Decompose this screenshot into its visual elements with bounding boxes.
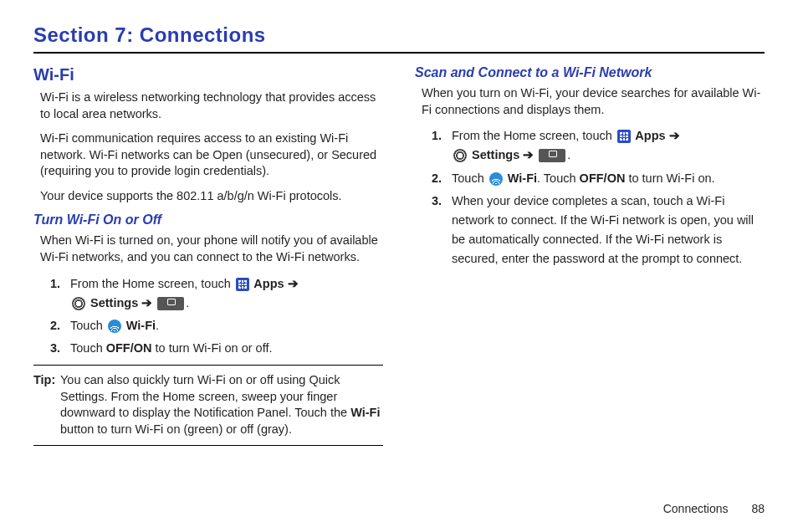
arrow-icon: ➔: [669, 129, 680, 142]
heading-turn-wifi: Turn Wi-Fi On or Off: [33, 212, 383, 228]
connections-icon: [157, 297, 184, 310]
wifi-icon: [489, 172, 503, 186]
wifi-icon: [108, 320, 121, 333]
paragraph: When Wi-Fi is turned on, your phone will…: [33, 233, 383, 265]
divider: [33, 52, 765, 54]
arrow-icon: ➔: [141, 296, 152, 309]
step-text: to turn Wi-Fi on or off.: [152, 341, 273, 355]
settings-label: Settings: [468, 148, 523, 161]
footer-label: Connections: [663, 502, 729, 515]
step-text: From the Home screen, touch: [452, 129, 616, 142]
step-number: 1.: [432, 126, 442, 146]
step-text: . Touch: [537, 171, 580, 185]
tip-body: You can also quickly turn Wi-Fi on or of…: [33, 372, 383, 437]
tip-text: button to turn Wi-Fi on (green) or off (…: [60, 422, 292, 436]
step-number: 3.: [432, 192, 442, 211]
wifi-label: Wi-Fi: [504, 171, 537, 185]
step-item: 1. From the Home screen, touch Apps ➔ Se…: [54, 274, 383, 313]
paragraph: When you turn on Wi-Fi, your device sear…: [415, 85, 765, 118]
tip-label: Tip:: [33, 372, 55, 389]
paragraph: Wi-Fi is a wireless networking technolog…: [33, 90, 383, 122]
heading-wifi: Wi-Fi: [33, 65, 383, 84]
page-number: 88: [751, 502, 765, 515]
step-item: 2. Touch Wi-Fi.: [54, 316, 383, 335]
steps-list: 1. From the Home screen, touch Apps ➔ Se…: [33, 274, 383, 359]
step-number: 2.: [50, 316, 60, 335]
step-item: 3. When your device completes a scan, to…: [435, 192, 765, 269]
page-footer: Connections 88: [663, 502, 765, 515]
settings-label: Settings: [87, 296, 141, 309]
wifi-label: Wi-Fi: [123, 319, 156, 332]
step-item: 1. From the Home screen, touch Apps ➔ Se…: [435, 126, 765, 165]
section-title: Section 7: Connections: [33, 23, 765, 47]
tip-text: You can also quickly turn Wi-Fi on or of…: [60, 373, 350, 419]
arrow-icon: ➔: [288, 277, 299, 290]
left-column: Wi-Fi Wi-Fi is a wireless networking tec…: [33, 65, 383, 446]
tip-block: Tip: You can also quickly turn Wi-Fi on …: [33, 365, 383, 445]
settings-icon: [453, 149, 467, 162]
step-text: From the Home screen, touch: [70, 277, 234, 290]
steps-list: 1. From the Home screen, touch Apps ➔ Se…: [415, 126, 765, 269]
apps-label: Apps: [632, 129, 669, 142]
step-text: to turn Wi-Fi on.: [625, 171, 714, 185]
step-item: 3. Touch OFF/ON to turn Wi-Fi on or off.: [54, 339, 383, 358]
step-text: When your device completes a scan, touch…: [452, 194, 754, 266]
apps-icon: [236, 278, 249, 291]
step-text: Touch: [452, 171, 488, 185]
paragraph: Wi-Fi communication requires access to a…: [33, 130, 383, 180]
step-number: 3.: [50, 339, 60, 358]
offon-label: OFF/ON: [580, 171, 626, 185]
heading-scan-connect: Scan and Connect to a Wi-Fi Network: [415, 65, 765, 80]
apps-icon: [617, 130, 631, 143]
tip-wifi-label: Wi-Fi: [350, 406, 380, 419]
content-columns: Wi-Fi Wi-Fi is a wireless networking tec…: [33, 65, 765, 446]
step-item: 2. Touch Wi-Fi. Touch OFF/ON to turn Wi-…: [435, 169, 765, 188]
apps-label: Apps: [251, 277, 288, 290]
offon-label: OFF/ON: [106, 341, 152, 355]
step-text: Touch: [70, 319, 106, 332]
step-number: 1.: [50, 274, 60, 294]
step-number: 2.: [432, 169, 442, 188]
right-column: Scan and Connect to a Wi-Fi Network When…: [415, 65, 765, 446]
settings-icon: [72, 297, 85, 310]
arrow-icon: ➔: [523, 148, 534, 161]
connections-icon: [539, 149, 565, 162]
step-text: Touch: [70, 341, 106, 355]
paragraph: Your device supports the 802.11 a/b/g/n …: [33, 188, 383, 205]
